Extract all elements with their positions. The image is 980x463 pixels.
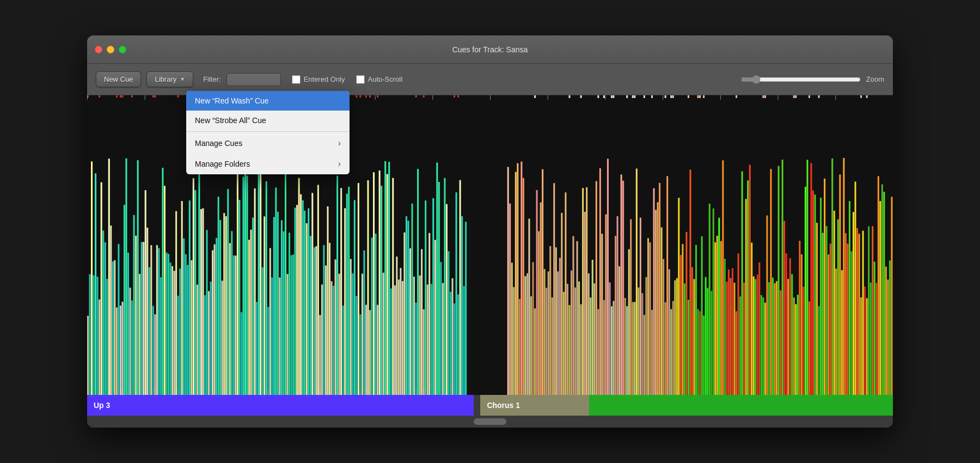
maximize-button[interactable] — [119, 46, 126, 53]
minimize-button[interactable] — [107, 46, 114, 53]
zoom-label: Zoom — [866, 75, 884, 83]
titlebar: Cues for Track: Sansa — [87, 35, 893, 64]
library-arrow-icon: ▼ — [180, 76, 185, 82]
zoom-group: Zoom — [741, 75, 884, 84]
entered-only-group: Entered Only — [292, 75, 345, 84]
cue-region-chorus1[interactable]: Chorus 1 — [474, 395, 893, 416]
filter-label: Filter: — [203, 75, 221, 83]
new-cue-button[interactable]: New Cue — [96, 71, 141, 87]
cue-chorus1-label: Chorus 1 — [487, 401, 520, 410]
window-title: Cues for Track: Sansa — [452, 45, 528, 54]
cue-region-up3[interactable]: Up 3 — [87, 395, 474, 416]
filter-input[interactable] — [226, 73, 281, 86]
cue-chorus1-label-area: Chorus 1 — [480, 395, 589, 416]
toolbar: New Cue Library ▼ Filter: Entered Only A… — [87, 64, 893, 95]
close-button[interactable] — [95, 46, 102, 53]
cue-up3-label: Up 3 — [94, 401, 110, 410]
dropdown-item-new-red-wash[interactable]: New “Red Wash” Cue — [186, 91, 350, 111]
scrollbar-area[interactable] — [87, 416, 893, 428]
entered-only-label: Entered Only — [304, 75, 345, 83]
auto-scroll-group: Auto-Scroll — [356, 75, 403, 84]
traffic-lights — [87, 46, 126, 53]
library-dropdown: New “Red Wash” Cue New “Strobe All” Cue … — [186, 91, 350, 174]
horizontal-scrollbar[interactable] — [474, 418, 506, 425]
dropdown-divider — [186, 131, 350, 132]
dropdown-item-manage-cues[interactable]: Manage Cues — [186, 133, 350, 154]
main-window: Cues for Track: Sansa New Cue Library ▼ … — [87, 35, 893, 428]
dropdown-item-manage-folders[interactable]: Manage Folders — [186, 154, 350, 174]
auto-scroll-checkbox[interactable] — [356, 75, 365, 84]
dropdown-item-new-strobe-all[interactable]: New “Strobe All” Cue — [186, 111, 350, 130]
library-label: Library — [155, 75, 176, 83]
cue-chorus1-green — [589, 395, 893, 416]
entered-only-checkbox[interactable] — [292, 75, 301, 84]
zoom-slider[interactable] — [741, 75, 861, 84]
cue-bar: Up 3 Chorus 1 — [87, 395, 893, 416]
library-button[interactable]: Library ▼ — [146, 71, 193, 87]
auto-scroll-label: Auto-Scroll — [368, 75, 403, 83]
